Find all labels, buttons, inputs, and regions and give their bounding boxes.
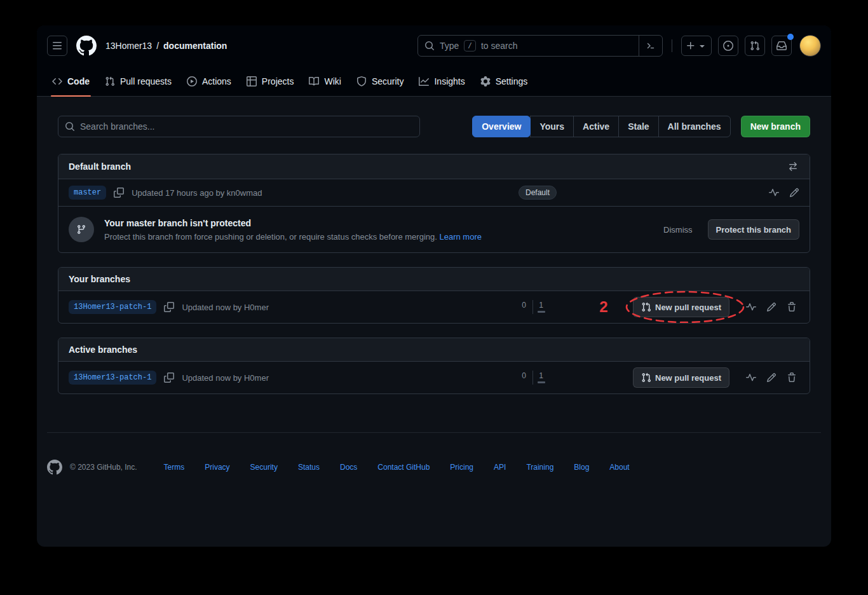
table-row: master Updated 17 hours ago by kn0wmad D… [58, 179, 810, 206]
filter-yours[interactable]: Yours [530, 116, 574, 137]
new-pull-request-button[interactable]: New pull request [633, 367, 729, 388]
tab-security[interactable]: Security [351, 66, 409, 96]
global-search-placeholder: Type / to search [418, 40, 639, 51]
chevron-down-icon [697, 41, 707, 51]
branch-activity-button[interactable] [769, 188, 779, 198]
filter-overview[interactable]: Overview [472, 116, 531, 137]
tab-label: Projects [262, 76, 294, 86]
footer-link-status[interactable]: Status [298, 463, 320, 472]
branch-activity-button[interactable] [746, 302, 756, 312]
default-branch-section: Default branch master Updated 17 hours a… [58, 154, 810, 253]
notification-dot [787, 34, 794, 40]
footer-link-pricing[interactable]: Pricing [450, 463, 473, 472]
pull-request-icon [105, 76, 115, 86]
change-default-branch-button[interactable] [787, 160, 799, 173]
tab-pull-requests[interactable]: Pull requests [100, 66, 177, 96]
footer-link-training[interactable]: Training [526, 463, 553, 472]
branch-activity-button[interactable] [746, 373, 756, 383]
branch-link[interactable]: master [69, 186, 106, 200]
tab-settings[interactable]: Settings [475, 66, 533, 96]
branch-updated-text: Updated now by H0mer [182, 303, 269, 312]
your-branches-section: Your branches 13Homer13-patch-1 Updated … [58, 267, 810, 324]
breadcrumb-repo-link[interactable]: documentation [163, 41, 227, 51]
command-palette-button[interactable] [639, 36, 662, 56]
breadcrumb-owner-link[interactable]: 13Homer13 [105, 41, 152, 51]
filter-stale[interactable]: Stale [618, 116, 658, 137]
browser-viewport: 13Homer13 / documentation Type / to sear… [37, 25, 831, 547]
tab-label: Settings [496, 76, 528, 86]
tab-insights[interactable]: Insights [414, 66, 470, 96]
active-branches-section: Active branches 13Homer13-patch-1 Update… [58, 338, 810, 394]
delete-branch-button[interactable] [787, 373, 797, 383]
tab-label: Wiki [324, 76, 341, 86]
branch-updated-text: Updated 17 hours ago by kn0wmad [132, 188, 262, 198]
pull-requests-button[interactable] [745, 36, 765, 56]
tab-label: Security [372, 76, 404, 86]
delete-branch-button[interactable] [787, 302, 797, 312]
tab-code[interactable]: Code [47, 66, 95, 96]
global-search-button[interactable]: Type / to search [417, 35, 663, 57]
branch-link[interactable]: 13Homer13-patch-1 [69, 371, 156, 385]
rename-branch-button[interactable] [766, 373, 776, 383]
tab-actions[interactable]: Actions [182, 66, 236, 96]
activity-icon [769, 188, 779, 198]
site-footer: © 2023 GitHub, Inc. Terms Privacy Securi… [47, 432, 821, 475]
ahead-behind-counts: 0 1 [513, 300, 552, 314]
tab-wiki[interactable]: Wiki [304, 66, 346, 96]
github-logo[interactable] [76, 36, 97, 56]
tab-label: Code [67, 76, 90, 86]
header-actions: Type / to search [417, 35, 821, 57]
plus-icon [686, 41, 696, 51]
footer-link-api[interactable]: API [494, 463, 506, 472]
branch-link[interactable]: 13Homer13-patch-1 [69, 300, 156, 314]
hamburger-icon [52, 41, 62, 51]
code-icon [52, 76, 62, 86]
tab-label: Pull requests [120, 76, 172, 86]
issues-button[interactable] [718, 36, 738, 56]
section-title: Active branches [69, 345, 137, 355]
behind-count: 0 [522, 301, 526, 309]
repo-nav: Code Pull requests Actions Projects Wiki… [37, 66, 831, 97]
tab-projects[interactable]: Projects [241, 66, 299, 96]
copy-branch-name-button[interactable] [112, 186, 125, 199]
hamburger-button[interactable] [47, 36, 67, 56]
avatar[interactable] [799, 35, 821, 57]
git-branch-icon [76, 224, 86, 235]
new-branch-button[interactable]: New branch [741, 116, 810, 137]
footer-link-security[interactable]: Security [250, 463, 278, 472]
section-title: Your branches [69, 274, 130, 284]
search-placeholder-post: to search [481, 41, 518, 51]
play-icon [187, 76, 197, 86]
footer-link-privacy[interactable]: Privacy [205, 463, 229, 472]
book-icon [309, 76, 319, 86]
dismiss-button[interactable]: Dismiss [660, 224, 696, 235]
branch-search-input[interactable] [58, 116, 420, 137]
pull-request-icon [750, 41, 760, 51]
footer-link-contact[interactable]: Contact GitHub [377, 463, 430, 472]
new-pull-request-button[interactable]: New pull request [633, 297, 729, 317]
behind-count: 0 [522, 372, 526, 380]
footer-link-docs[interactable]: Docs [340, 463, 357, 472]
learn-more-link[interactable]: Learn more [440, 232, 482, 242]
footer-link-terms[interactable]: Terms [164, 463, 185, 472]
protect-branch-button[interactable]: Protect this branch [708, 219, 799, 240]
breadcrumb-separator: / [156, 41, 159, 51]
rename-branch-button[interactable] [789, 188, 799, 198]
inbox-button[interactable] [771, 36, 792, 56]
copy-icon [164, 302, 174, 312]
footer-links: Terms Privacy Security Status Docs Conta… [164, 463, 630, 472]
filter-active[interactable]: Active [573, 116, 619, 137]
table-row: 13Homer13-patch-1 Updated now by H0mer 0… [58, 362, 810, 393]
copy-branch-name-button[interactable] [163, 301, 175, 313]
rename-branch-button[interactable] [766, 302, 776, 312]
table-row: 13Homer13-patch-1 Updated now by H0mer 0… [58, 291, 810, 323]
copy-branch-name-button[interactable] [163, 371, 175, 384]
footer-link-blog[interactable]: Blog [574, 463, 589, 472]
footer-link-about[interactable]: About [609, 463, 629, 472]
copyright-text: © 2023 GitHub, Inc. [70, 463, 137, 472]
branch-protection-banner: Your master branch isn't protected Prote… [58, 206, 810, 252]
default-badge: Default [519, 186, 557, 200]
filter-all-branches[interactable]: All branches [658, 116, 731, 137]
create-new-button[interactable] [681, 36, 712, 56]
branch-updated-text: Updated now by H0mer [182, 373, 269, 383]
